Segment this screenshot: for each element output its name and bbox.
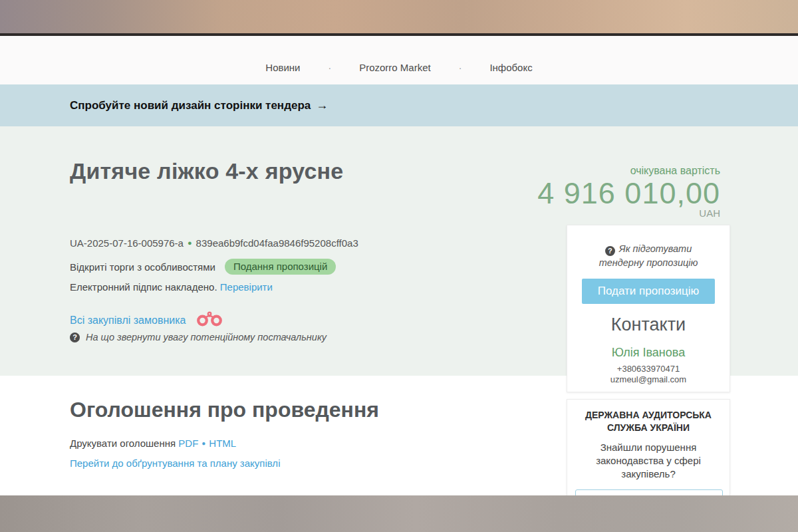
nav-item-news[interactable]: Новини <box>265 62 300 73</box>
contacts-title: Контакти <box>567 315 730 335</box>
nav-separator: · <box>329 63 332 73</box>
tender-hash: 839ea6b9fcd04faa9846f95208cff0a3 <box>196 237 358 249</box>
signature-line: Електронний підпис накладено. Перевірити <box>70 281 273 293</box>
nav-item-infobox[interactable]: Інфобокс <box>489 62 532 73</box>
handcuffs-icon[interactable] <box>196 311 223 330</box>
submit-proposal-button[interactable]: Подати пропозицію <box>582 279 715 304</box>
top-nav-bar: Новини · Prozorro Market · Інфобокс <box>0 36 798 84</box>
green-dot-icon: ● <box>188 239 192 247</box>
all-purchases-link[interactable]: Всі закупівлі замовника <box>70 315 186 327</box>
top-divider-line <box>0 33 798 36</box>
verify-signature-link[interactable]: Перевірити <box>220 281 273 293</box>
print-label: Друкувати оголошення <box>70 438 176 449</box>
print-html-link[interactable]: HTML <box>209 438 236 449</box>
expected-value-amount: 4 916 010,00 <box>537 177 720 210</box>
tender-id: UA-2025-07-16-005976-a <box>70 237 184 249</box>
all-purchases-line: Всі закупівлі замовника <box>70 311 223 330</box>
blue-dot-icon: ● <box>201 440 205 447</box>
arrow-right-icon: → <box>316 98 328 112</box>
plan-line: Перейти до обґрунтування та плану закупі… <box>70 458 280 469</box>
procedure-status-line: Відкриті торги з особливостями Подання п… <box>70 259 336 275</box>
question-circle-icon[interactable]: ? <box>605 246 615 256</box>
audit-service-title: ДЕРЖАВНА АУДИТОРСЬКА СЛУЖБА УКРАЇНИ <box>575 409 722 434</box>
bottom-photo-strip <box>0 495 798 532</box>
supplier-hint-line: ? На що звернути увагу потенційному пост… <box>70 332 327 342</box>
contact-email: uzmeul@gmail.com <box>567 374 730 384</box>
print-pdf-link[interactable]: PDF <box>178 438 198 449</box>
expected-value-label: очікувана вартість <box>537 165 720 177</box>
top-photo-strip <box>0 0 798 33</box>
page-title: Дитяче ліжко 4-х ярусне <box>70 158 343 184</box>
howto-line: ?Як підготувати тендерну пропозицію <box>582 242 715 270</box>
expected-value-block: очікувана вартість 4 916 010,00 UAH <box>537 165 720 219</box>
status-badge: Подання пропозицій <box>225 259 336 275</box>
new-design-banner-text: Спробуйте новий дизайн сторінки тендера <box>70 99 311 112</box>
nav-item-prozorro-market[interactable]: Prozorro Market <box>359 62 431 73</box>
announcement-title: Оголошення про проведення <box>70 398 379 422</box>
audit-card: ДЕРЖАВНА АУДИТОРСЬКА СЛУЖБА УКРАЇНИ Знай… <box>567 399 730 500</box>
proposal-card: ?Як підготувати тендерну пропозицію Пода… <box>567 225 730 392</box>
new-design-banner[interactable]: Спробуйте новий дизайн сторінки тендера→ <box>0 84 798 126</box>
question-circle-icon[interactable]: ? <box>70 332 80 342</box>
procedure-type: Відкриті торги з особливостями <box>70 261 215 273</box>
signature-text: Електронний підпис накладено. <box>70 281 217 293</box>
contact-name: Юлія Іванова <box>567 346 730 360</box>
new-design-banner-link[interactable]: Спробуйте новий дизайн сторінки тендера→ <box>70 98 328 112</box>
plan-link[interactable]: Перейти до обґрунтування та плану закупі… <box>70 458 280 469</box>
supplier-hint-text: На що звернути увагу потенційному постач… <box>86 332 327 342</box>
tender-id-line: UA-2025-07-16-005976-a●839ea6b9fcd04faa9… <box>70 237 358 249</box>
nav-separator: · <box>459 63 462 73</box>
print-announcement-line: Друкувати оголошення PDF●HTML <box>70 438 236 449</box>
audit-question: Знайшли порушення законодавства у сфері … <box>575 441 722 481</box>
top-nav: Новини · Prozorro Market · Інфобокс <box>0 36 798 84</box>
contact-phone: +380633970471 <box>567 364 730 374</box>
